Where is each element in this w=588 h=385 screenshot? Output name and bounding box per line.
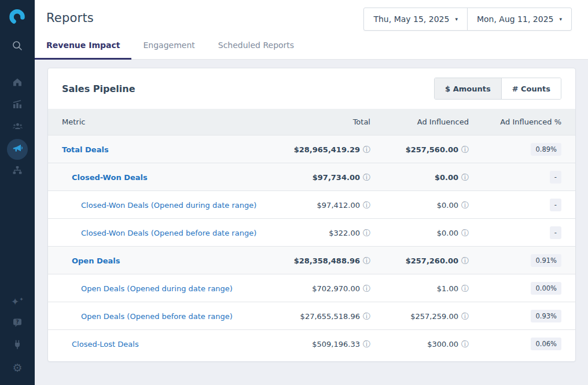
sidebar-item-campaigns-active[interactable] (7, 139, 28, 160)
sidebar-item-contacts[interactable] (7, 117, 28, 138)
tab-scheduled-reports[interactable]: Scheduled Reports (207, 41, 306, 59)
sidebar-nav (7, 73, 28, 183)
info-icon[interactable]: ⓘ (363, 340, 370, 349)
info-icon[interactable]: ⓘ (461, 340, 469, 349)
info-icon[interactable]: ⓘ (461, 312, 469, 321)
card-header: Sales Pipeline $ Amounts # Counts (48, 68, 575, 109)
svg-text:?: ? (16, 319, 19, 325)
info-icon[interactable]: ⓘ (363, 173, 370, 182)
ad-influenced-value: $0.00 (437, 201, 458, 210)
pct-badge: - (550, 171, 561, 184)
megaphone-icon (12, 143, 23, 156)
info-icon[interactable]: ⓘ (363, 256, 370, 265)
col-header-metric: Metric (62, 118, 266, 126)
total-value: $97,412.00 (317, 201, 360, 210)
report-tabs: Revenue Impact Engagement Scheduled Repo… (35, 41, 588, 60)
info-icon[interactable]: ⓘ (461, 284, 469, 293)
total-value: $509,196.33 (312, 340, 360, 349)
col-header-ad-influenced: Ad Influenced (370, 118, 469, 126)
end-date-value: Mon, Aug 11, 2025 (477, 14, 554, 24)
pct-badge: 0.00% (531, 282, 561, 295)
chevron-down-icon: ▾ (455, 16, 458, 22)
total-value: $28,965,419.29 (294, 145, 360, 154)
ad-influenced-value: $257,560.00 (406, 145, 458, 154)
metric-link[interactable]: Closed-Won Deals (Opened before date ran… (81, 229, 256, 237)
sidebar-item-workflows[interactable] (7, 161, 28, 182)
people-icon (12, 121, 23, 134)
total-value: $28,358,488.96 (294, 256, 360, 265)
card-title: Sales Pipeline (62, 83, 135, 94)
metric-link[interactable]: Closed-Won Deals (Opened during date ran… (81, 201, 256, 210)
ad-influenced-value: $257,260.00 (406, 256, 458, 265)
pct-badge: - (550, 199, 561, 211)
amounts-toggle-button[interactable]: $ Amounts (435, 78, 501, 99)
table-row: Open Deals $28,358,488.96ⓘ $257,260.00ⓘ … (48, 246, 575, 274)
content-area: Sales Pipeline $ Amounts # Counts Metric… (35, 60, 588, 385)
plug-icon (12, 339, 23, 352)
home-icon (12, 77, 23, 90)
total-value: $97,734.00 (313, 173, 360, 182)
topbar: Reports Thu, May 15, 2025 ▾ Mon, Aug 11,… (35, 0, 588, 60)
table-row: Closed-Won Deals (Opened before date ran… (48, 218, 575, 246)
start-date-value: Thu, May 15, 2025 (373, 14, 449, 24)
sidebar-item-ai[interactable]: ✦✦ (7, 291, 28, 312)
metric-link[interactable]: Open Deals (Opened before date range) (81, 312, 233, 321)
sidebar-footer: ✦✦ ? (7, 291, 28, 379)
sales-pipeline-card: Sales Pipeline $ Amounts # Counts Metric… (47, 68, 576, 362)
total-value: $702,970.00 (312, 284, 360, 293)
counts-toggle-button[interactable]: # Counts (501, 78, 561, 99)
col-header-total: Total (266, 118, 370, 126)
table-row: Closed-Lost Deals $509,196.33ⓘ $300.00ⓘ … (48, 329, 575, 357)
sidebar-item-integrations[interactable] (7, 335, 28, 356)
amounts-counts-toggle: $ Amounts # Counts (434, 78, 561, 100)
sparkles-icon: ✦✦ (11, 297, 24, 307)
ad-influenced-value: $0.00 (435, 173, 458, 182)
tab-engagement[interactable]: Engagement (131, 41, 206, 59)
start-date-dropdown[interactable]: Thu, May 15, 2025 ▾ (364, 8, 466, 30)
total-value: $27,655,518.96 (300, 312, 360, 321)
drift-logo-icon[interactable] (8, 8, 27, 28)
ad-influenced-value: $300.00 (427, 340, 458, 349)
pct-badge: 0.89% (531, 143, 561, 156)
info-icon[interactable]: ⓘ (363, 201, 370, 210)
metric-link[interactable]: Closed-Lost Deals (72, 340, 139, 349)
table-row: Open Deals (Opened before date range) $2… (48, 302, 575, 329)
chevron-down-icon: ▾ (559, 16, 562, 22)
metric-link[interactable]: Open Deals (72, 256, 120, 265)
help-icon: ? (12, 317, 23, 330)
metric-link[interactable]: Total Deals (62, 145, 109, 154)
main-area: Reports Thu, May 15, 2025 ▾ Mon, Aug 11,… (35, 0, 588, 385)
app-window: ✦✦ ? (0, 0, 588, 385)
info-icon[interactable]: ⓘ (461, 256, 469, 265)
gear-icon: ⚙ (12, 362, 22, 373)
info-icon[interactable]: ⓘ (461, 173, 469, 182)
metric-link[interactable]: Open Deals (Opened during date range) (81, 284, 233, 293)
tab-revenue-impact[interactable]: Revenue Impact (35, 41, 131, 59)
ad-influenced-value: $1.00 (437, 284, 458, 293)
pct-badge: - (550, 226, 561, 239)
info-icon[interactable]: ⓘ (363, 312, 370, 321)
sidebar-item-home[interactable] (7, 73, 28, 94)
sidebar: ✦✦ ? (0, 0, 35, 385)
col-header-ad-influenced-pct: Ad Influenced % (469, 118, 561, 126)
end-date-dropdown[interactable]: Mon, Aug 11, 2025 ▾ (467, 8, 571, 30)
sitemap-icon (12, 165, 23, 178)
table-row: Closed-Won Deals $97,734.00ⓘ $0.00ⓘ - (48, 163, 575, 190)
info-icon[interactable]: ⓘ (363, 284, 370, 293)
info-icon[interactable]: ⓘ (363, 145, 370, 154)
info-icon[interactable]: ⓘ (363, 229, 370, 237)
info-icon[interactable]: ⓘ (461, 145, 469, 154)
pct-badge: 0.06% (531, 338, 561, 350)
sidebar-item-help[interactable]: ? (7, 313, 28, 334)
metric-link[interactable]: Closed-Won Deals (72, 173, 148, 182)
info-icon[interactable]: ⓘ (461, 229, 469, 237)
sidebar-item-settings[interactable]: ⚙ (7, 357, 28, 378)
ad-influenced-value: $257,259.00 (410, 312, 458, 321)
chart-icon (12, 99, 23, 112)
sidebar-item-analytics[interactable] (7, 95, 28, 116)
total-value: $322.00 (329, 229, 360, 237)
table-row: Total Deals $28,965,419.29ⓘ $257,560.00ⓘ… (48, 135, 575, 163)
info-icon[interactable]: ⓘ (461, 201, 469, 210)
table-row: Open Deals (Opened during date range) $7… (48, 274, 575, 302)
search-icon[interactable] (12, 41, 23, 53)
